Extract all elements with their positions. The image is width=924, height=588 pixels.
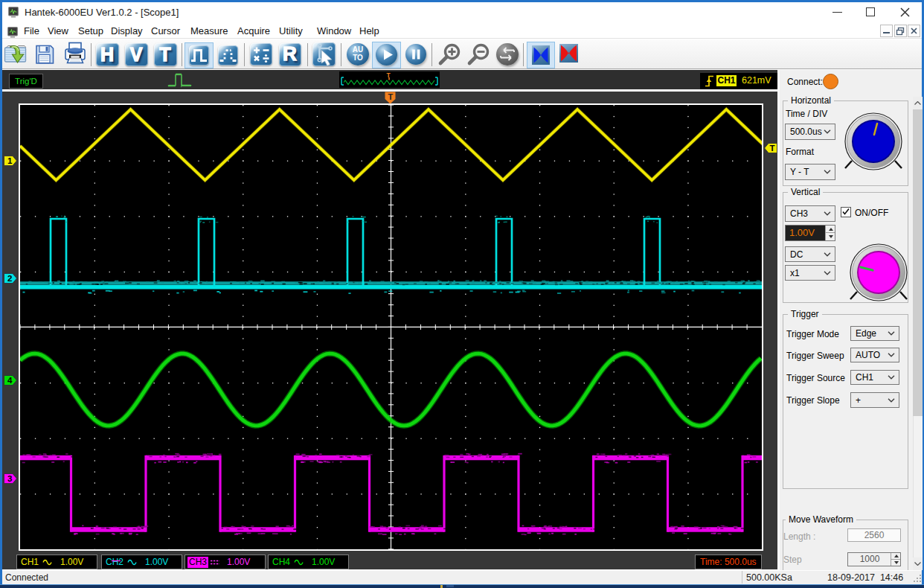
svg-text:1: 1 [7, 156, 13, 165]
svg-text:4: 4 [7, 376, 13, 385]
svg-text:2: 2 [7, 274, 12, 283]
svg-text:3: 3 [7, 474, 12, 483]
svg-text:T: T [769, 144, 774, 153]
svg-text:T: T [388, 92, 394, 101]
